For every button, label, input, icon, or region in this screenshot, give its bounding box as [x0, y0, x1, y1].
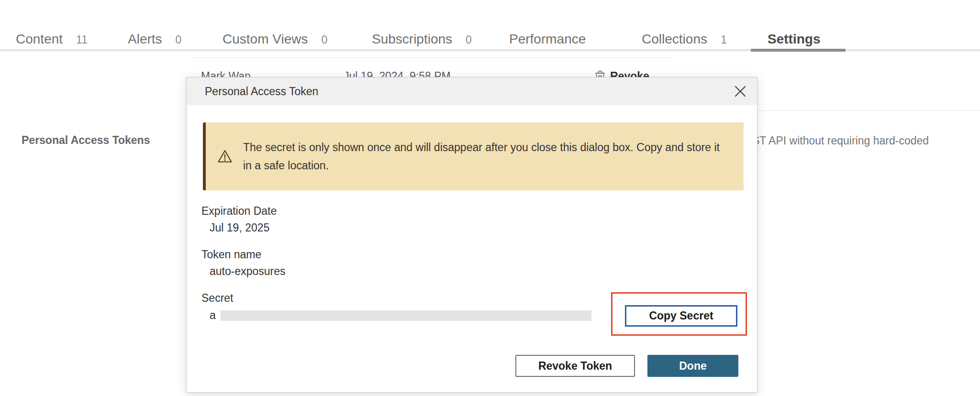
section-label: Personal Access Tokens — [22, 134, 150, 147]
secret-field: Secret a — [201, 292, 591, 322]
copy-secret-button[interactable]: Copy Secret — [625, 305, 737, 327]
done-button[interactable]: Done — [647, 355, 738, 377]
dialog-header: Personal Access Token — [187, 77, 757, 105]
secret-value: a — [210, 309, 216, 322]
token-name-value: auto-exposures — [210, 265, 591, 278]
expiration-label: Expiration Date — [201, 205, 591, 218]
personal-access-token-dialog: Personal Access Token The secret is on — [186, 77, 757, 393]
dialog-title: Personal Access Token — [205, 85, 318, 98]
token-name-label: Token name — [201, 248, 591, 261]
warning-icon — [217, 149, 233, 164]
token-details: Expiration Date Jul 19, 2025 Token name … — [201, 205, 591, 322]
secret-value-row: a — [210, 309, 591, 322]
revoke-token-button[interactable]: Revoke Token — [515, 355, 635, 377]
secret-warning-banner: The secret is only shown once and will d… — [203, 122, 744, 190]
expiration-value: Jul 19, 2025 — [210, 221, 591, 234]
secret-masked-bar — [221, 310, 591, 321]
token-row-divider — [191, 57, 673, 58]
close-icon — [734, 85, 747, 98]
section-description-fragment: ST API without requiring hard-coded — [752, 134, 929, 147]
expiration-field: Expiration Date Jul 19, 2025 — [201, 205, 591, 234]
secret-label: Secret — [201, 292, 591, 305]
close-button[interactable] — [732, 83, 748, 99]
token-name-field: Token name auto-exposures — [201, 248, 591, 278]
settings-page: Content 11 Alerts 0 Custom Views 0 Subsc… — [0, 0, 980, 396]
warning-message: The secret is only shown once and will d… — [243, 138, 731, 175]
